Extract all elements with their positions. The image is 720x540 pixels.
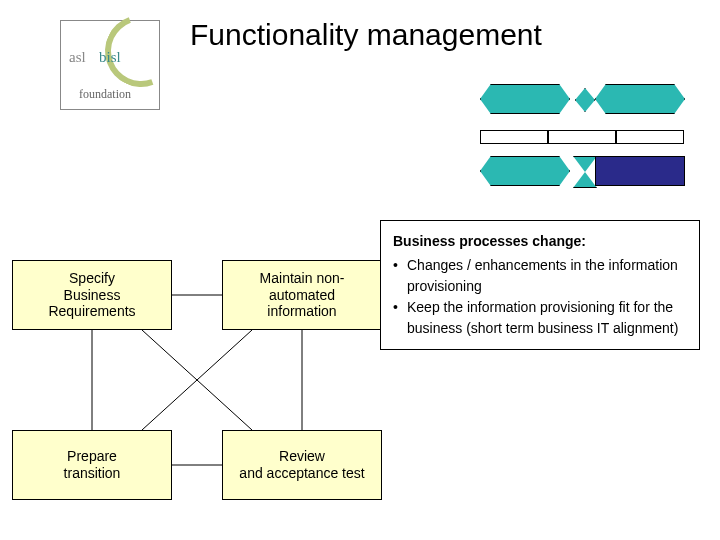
- svg-line-4: [142, 330, 252, 430]
- flow-box-prepare: Prepare transition: [12, 430, 172, 500]
- logo-foundation: foundation: [79, 87, 131, 102]
- flow-diagram: Specify Business Requirements Maintain n…: [12, 260, 412, 520]
- flow-label: Specify Business Requirements: [48, 270, 135, 320]
- hourglass-shape: [573, 156, 597, 188]
- highlight-box: [595, 156, 685, 186]
- callout-bullet: • Keep the information provisioning fit …: [393, 297, 687, 339]
- flow-box-review: Review and acceptance test: [222, 430, 382, 500]
- callout-bullet-text: Keep the information provisioning fit fo…: [407, 297, 687, 339]
- diamond-shape: [575, 88, 595, 112]
- logo-word-asl: asl: [69, 49, 86, 66]
- bullet-dot-icon: •: [393, 255, 407, 297]
- callout-bullet-text: Changes / enhancements in the informatio…: [407, 255, 687, 297]
- flow-box-maintain: Maintain non- automated information: [222, 260, 382, 330]
- callout-box: Business processes change: • Changes / e…: [380, 220, 700, 350]
- bar-shape: [548, 130, 616, 144]
- hex-shape: [480, 156, 570, 186]
- callout-bullet: • Changes / enhancements in the informat…: [393, 255, 687, 297]
- bar-shape: [616, 130, 684, 144]
- hex-shape: [595, 84, 685, 114]
- hex-shape: [480, 84, 570, 114]
- logo-word-bisl: bisl: [99, 49, 121, 66]
- flow-label: Maintain non- automated information: [260, 270, 345, 320]
- logo: asl bisl foundation: [60, 20, 160, 110]
- bullet-dot-icon: •: [393, 297, 407, 339]
- callout-heading: Business processes change:: [393, 231, 687, 252]
- bar-shape: [480, 130, 548, 144]
- svg-line-5: [142, 330, 252, 430]
- flow-box-specify: Specify Business Requirements: [12, 260, 172, 330]
- page-title: Functionality management: [190, 18, 542, 52]
- mini-diagram: [480, 80, 690, 190]
- flow-label: Review and acceptance test: [239, 448, 364, 482]
- flow-label: Prepare transition: [64, 448, 121, 482]
